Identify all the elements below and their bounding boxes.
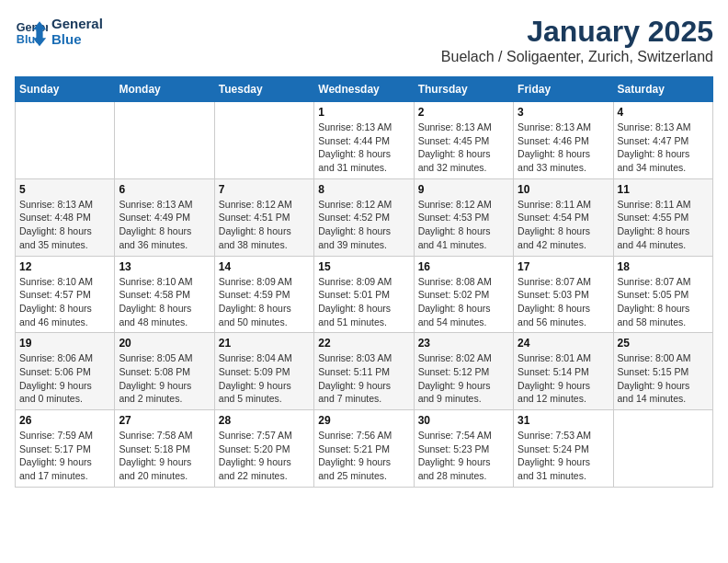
day-number: 14 <box>219 260 310 273</box>
day-number: 27 <box>119 414 210 427</box>
day-number: 23 <box>418 337 509 350</box>
calendar-cell: 23Sunrise: 8:02 AM Sunset: 5:12 PM Dayli… <box>414 333 513 410</box>
day-info: Sunrise: 8:08 AM Sunset: 5:02 PM Dayligh… <box>418 275 509 329</box>
day-number: 29 <box>318 414 409 427</box>
day-info: Sunrise: 8:10 AM Sunset: 4:57 PM Dayligh… <box>19 275 110 329</box>
calendar-cell: 28Sunrise: 7:57 AM Sunset: 5:20 PM Dayli… <box>214 410 313 488</box>
calendar-cell <box>115 102 214 179</box>
calendar-cell: 4Sunrise: 8:13 AM Sunset: 4:47 PM Daylig… <box>613 102 712 179</box>
calendar-cell: 20Sunrise: 8:05 AM Sunset: 5:08 PM Dayli… <box>115 333 214 410</box>
calendar-cell: 6Sunrise: 8:13 AM Sunset: 4:49 PM Daylig… <box>115 178 214 256</box>
calendar-cell: 11Sunrise: 8:11 AM Sunset: 4:55 PM Dayli… <box>613 178 712 256</box>
weekday-header: Sunday <box>16 77 115 102</box>
day-info: Sunrise: 8:13 AM Sunset: 4:44 PM Dayligh… <box>318 121 409 175</box>
calendar-week-row: 1Sunrise: 8:13 AM Sunset: 4:44 PM Daylig… <box>16 102 713 179</box>
calendar-cell: 31Sunrise: 7:53 AM Sunset: 5:24 PM Dayli… <box>514 410 613 488</box>
calendar-week-row: 19Sunrise: 8:06 AM Sunset: 5:06 PM Dayli… <box>16 333 713 410</box>
day-info: Sunrise: 8:07 AM Sunset: 5:05 PM Dayligh… <box>618 275 709 329</box>
day-number: 19 <box>19 337 110 350</box>
day-number: 3 <box>518 106 609 119</box>
day-number: 2 <box>418 106 509 119</box>
day-info: Sunrise: 7:56 AM Sunset: 5:21 PM Dayligh… <box>318 429 409 483</box>
day-number: 21 <box>219 337 310 350</box>
day-number: 7 <box>219 183 310 196</box>
calendar-cell: 24Sunrise: 8:01 AM Sunset: 5:14 PM Dayli… <box>514 333 613 410</box>
day-number: 8 <box>318 183 409 196</box>
day-info: Sunrise: 8:11 AM Sunset: 4:54 PM Dayligh… <box>518 198 609 252</box>
day-number: 12 <box>19 260 110 273</box>
day-info: Sunrise: 8:06 AM Sunset: 5:06 PM Dayligh… <box>19 351 110 406</box>
day-number: 31 <box>518 414 609 427</box>
day-info: Sunrise: 8:05 AM Sunset: 5:08 PM Dayligh… <box>119 351 210 406</box>
calendar-cell: 25Sunrise: 8:00 AM Sunset: 5:15 PM Dayli… <box>613 333 712 410</box>
day-info: Sunrise: 7:59 AM Sunset: 5:17 PM Dayligh… <box>19 429 110 483</box>
calendar-week-row: 12Sunrise: 8:10 AM Sunset: 4:57 PM Dayli… <box>16 256 713 333</box>
day-number: 9 <box>418 183 509 196</box>
calendar-cell: 21Sunrise: 8:04 AM Sunset: 5:09 PM Dayli… <box>214 333 313 410</box>
calendar-cell: 22Sunrise: 8:03 AM Sunset: 5:11 PM Dayli… <box>314 333 414 410</box>
day-info: Sunrise: 7:53 AM Sunset: 5:24 PM Dayligh… <box>518 429 609 483</box>
calendar-cell: 26Sunrise: 7:59 AM Sunset: 5:17 PM Dayli… <box>16 410 115 488</box>
calendar-cell: 17Sunrise: 8:07 AM Sunset: 5:03 PM Dayli… <box>514 256 613 333</box>
calendar: SundayMondayTuesdayWednesdayThursdayFrid… <box>15 76 713 488</box>
day-number: 1 <box>318 106 409 119</box>
day-info: Sunrise: 7:54 AM Sunset: 5:23 PM Dayligh… <box>418 429 509 483</box>
day-number: 25 <box>618 337 709 350</box>
calendar-cell: 29Sunrise: 7:56 AM Sunset: 5:21 PM Dayli… <box>314 410 414 488</box>
day-number: 11 <box>618 183 709 196</box>
day-number: 26 <box>19 414 110 427</box>
weekday-header: Friday <box>514 77 613 102</box>
weekday-header: Monday <box>115 77 214 102</box>
day-info: Sunrise: 8:11 AM Sunset: 4:55 PM Dayligh… <box>618 198 709 252</box>
calendar-cell: 18Sunrise: 8:07 AM Sunset: 5:05 PM Dayli… <box>613 256 712 333</box>
day-info: Sunrise: 7:58 AM Sunset: 5:18 PM Dayligh… <box>119 429 210 483</box>
calendar-cell: 16Sunrise: 8:08 AM Sunset: 5:02 PM Dayli… <box>414 256 513 333</box>
calendar-cell: 30Sunrise: 7:54 AM Sunset: 5:23 PM Dayli… <box>414 410 513 488</box>
day-number: 30 <box>418 414 509 427</box>
day-info: Sunrise: 8:12 AM Sunset: 4:51 PM Dayligh… <box>219 198 310 252</box>
day-number: 16 <box>418 260 509 273</box>
day-info: Sunrise: 8:02 AM Sunset: 5:12 PM Dayligh… <box>418 351 509 406</box>
day-info: Sunrise: 7:57 AM Sunset: 5:20 PM Dayligh… <box>219 429 310 483</box>
month-title: January 2025 <box>441 15 713 49</box>
day-number: 24 <box>518 337 609 350</box>
day-info: Sunrise: 8:12 AM Sunset: 4:52 PM Dayligh… <box>318 198 409 252</box>
calendar-week-row: 26Sunrise: 7:59 AM Sunset: 5:17 PM Dayli… <box>16 410 713 488</box>
calendar-cell: 7Sunrise: 8:12 AM Sunset: 4:51 PM Daylig… <box>214 178 313 256</box>
logo-line2: Blue <box>51 31 103 47</box>
day-number: 10 <box>518 183 609 196</box>
day-number: 17 <box>518 260 609 273</box>
page-header: General Blue General Blue January 2025 B… <box>15 15 713 65</box>
day-number: 28 <box>219 414 310 427</box>
day-number: 13 <box>119 260 210 273</box>
calendar-cell: 15Sunrise: 8:09 AM Sunset: 5:01 PM Dayli… <box>314 256 414 333</box>
calendar-cell: 2Sunrise: 8:13 AM Sunset: 4:45 PM Daylig… <box>414 102 513 179</box>
weekday-header: Tuesday <box>214 77 313 102</box>
day-info: Sunrise: 8:01 AM Sunset: 5:14 PM Dayligh… <box>518 351 609 406</box>
calendar-cell: 27Sunrise: 7:58 AM Sunset: 5:18 PM Dayli… <box>115 410 214 488</box>
calendar-cell: 19Sunrise: 8:06 AM Sunset: 5:06 PM Dayli… <box>16 333 115 410</box>
day-info: Sunrise: 8:13 AM Sunset: 4:47 PM Dayligh… <box>618 121 709 175</box>
logo-icon: General Blue <box>15 15 48 48</box>
logo: General Blue General Blue <box>15 15 103 48</box>
calendar-cell: 5Sunrise: 8:13 AM Sunset: 4:48 PM Daylig… <box>16 178 115 256</box>
calendar-cell: 14Sunrise: 8:09 AM Sunset: 4:59 PM Dayli… <box>214 256 313 333</box>
calendar-cell: 12Sunrise: 8:10 AM Sunset: 4:57 PM Dayli… <box>16 256 115 333</box>
day-number: 15 <box>318 260 409 273</box>
day-number: 20 <box>119 337 210 350</box>
day-number: 4 <box>618 106 709 119</box>
day-info: Sunrise: 8:13 AM Sunset: 4:49 PM Dayligh… <box>119 198 210 252</box>
day-info: Sunrise: 8:13 AM Sunset: 4:48 PM Dayligh… <box>19 198 110 252</box>
day-info: Sunrise: 8:07 AM Sunset: 5:03 PM Dayligh… <box>518 275 609 329</box>
day-number: 22 <box>318 337 409 350</box>
calendar-cell <box>16 102 115 179</box>
logo-line1: General <box>51 16 103 31</box>
day-info: Sunrise: 8:04 AM Sunset: 5:09 PM Dayligh… <box>219 351 310 406</box>
calendar-cell: 10Sunrise: 8:11 AM Sunset: 4:54 PM Dayli… <box>514 178 613 256</box>
day-info: Sunrise: 8:13 AM Sunset: 4:46 PM Dayligh… <box>518 121 609 175</box>
day-info: Sunrise: 8:10 AM Sunset: 4:58 PM Dayligh… <box>119 275 210 329</box>
day-info: Sunrise: 8:09 AM Sunset: 5:01 PM Dayligh… <box>318 275 409 329</box>
calendar-cell: 1Sunrise: 8:13 AM Sunset: 4:44 PM Daylig… <box>314 102 414 179</box>
weekday-header: Saturday <box>613 77 712 102</box>
day-number: 6 <box>119 183 210 196</box>
